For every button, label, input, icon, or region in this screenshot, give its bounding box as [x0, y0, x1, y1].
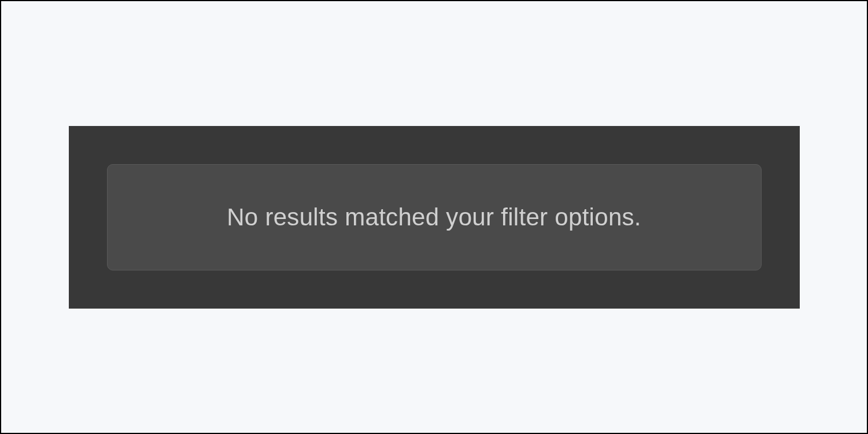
- empty-state-message: No results matched your filter options.: [227, 203, 641, 231]
- empty-state-box: No results matched your filter options.: [107, 164, 762, 270]
- results-panel: No results matched your filter options.: [69, 126, 800, 309]
